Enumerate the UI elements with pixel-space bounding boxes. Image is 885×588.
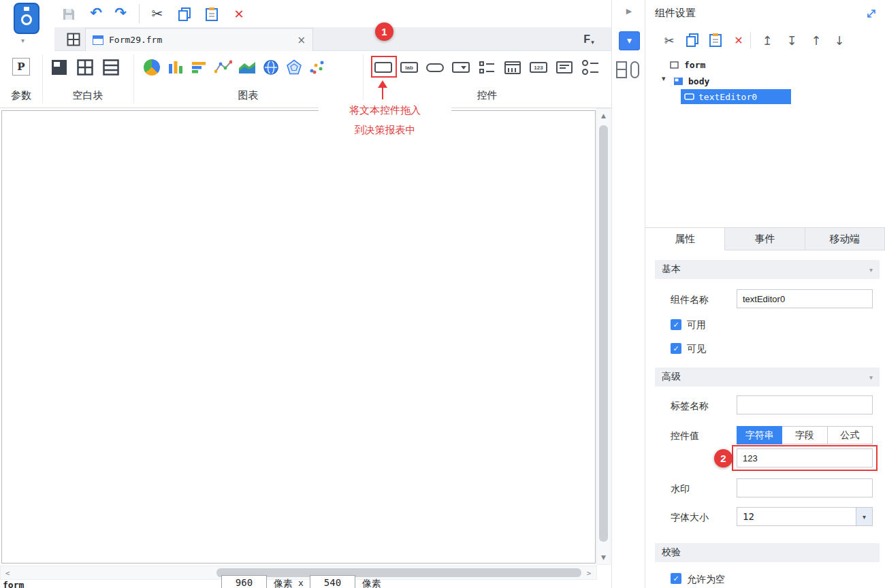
height-unit-label: 像素 bbox=[362, 578, 381, 588]
button-glyph bbox=[426, 63, 444, 72]
logo-dropdown-caret-icon[interactable]: ▾ bbox=[21, 37, 25, 44]
component-name-label: 组件名称 bbox=[671, 294, 709, 306]
parameter-pane-icon[interactable]: P bbox=[12, 58, 30, 76]
paste-icon[interactable] bbox=[203, 5, 221, 23]
horizontal-scroll-thumb[interactable] bbox=[216, 568, 581, 577]
tree-node-form[interactable]: form bbox=[670, 57, 705, 72]
radio-group-widget-icon[interactable] bbox=[581, 59, 599, 76]
collapse-panel-icon[interactable]: ▶ bbox=[624, 5, 634, 16]
canvas-height-input[interactable] bbox=[310, 575, 355, 588]
panel-switch-button[interactable]: ▼ bbox=[619, 31, 640, 50]
tab-close-icon[interactable]: × bbox=[297, 34, 306, 46]
tag-name-label: 标签名称 bbox=[671, 400, 709, 412]
delete-icon[interactable]: ✕ bbox=[230, 5, 248, 22]
label-widget-icon[interactable]: lab bbox=[400, 59, 418, 76]
mode-string[interactable]: 字符串 bbox=[737, 426, 782, 444]
tab-title: Form29.frm bbox=[109, 35, 162, 45]
logo-ring-icon bbox=[21, 14, 32, 25]
move-to-bottom-icon[interactable]: ↧ bbox=[783, 31, 801, 49]
section-basic[interactable]: 基本 ▾ bbox=[655, 260, 880, 279]
app-logo[interactable] bbox=[14, 3, 39, 34]
component-name-input[interactable] bbox=[737, 289, 873, 308]
map-chart-icon[interactable] bbox=[262, 59, 280, 76]
panel-paste-icon[interactable] bbox=[707, 31, 724, 49]
watermark-input[interactable] bbox=[737, 478, 873, 497]
scroll-up-icon[interactable]: ▲ bbox=[596, 110, 611, 122]
step2-badge: 2 bbox=[714, 449, 733, 468]
calendar-glyph bbox=[504, 61, 521, 74]
redo-icon[interactable]: ↷ bbox=[112, 4, 129, 22]
enabled-checkbox[interactable]: ✓ bbox=[671, 319, 681, 330]
report-block-icon[interactable] bbox=[50, 59, 68, 76]
pie-glyph bbox=[144, 59, 160, 76]
combobox-widget-icon[interactable] bbox=[452, 59, 470, 76]
layout-blocks-icon[interactable] bbox=[616, 60, 643, 79]
visible-checkbox[interactable]: ✓ bbox=[671, 343, 681, 354]
scroll-left-icon[interactable]: < bbox=[1, 567, 14, 579]
checkbox-group-widget-icon[interactable] bbox=[478, 59, 496, 76]
enabled-label: 可用 bbox=[687, 319, 706, 331]
tree-node-body[interactable]: body bbox=[674, 74, 709, 88]
move-to-top-icon[interactable]: ↥ bbox=[758, 31, 776, 49]
section-advanced[interactable]: 高级 ▾ bbox=[655, 368, 880, 387]
side-strip bbox=[611, 0, 645, 588]
panel-title: 组件设置 bbox=[655, 7, 696, 20]
step1-arrow-line bbox=[382, 87, 383, 99]
tag-name-input[interactable] bbox=[737, 395, 873, 414]
form-node-icon bbox=[670, 61, 679, 69]
scroll-down-icon[interactable]: ▼ bbox=[596, 551, 611, 564]
tab-mobile[interactable]: 移动端 bbox=[805, 227, 885, 250]
form-actions-icon[interactable]: F▾ bbox=[580, 31, 598, 48]
selected-element-label: form bbox=[3, 580, 24, 588]
save-icon[interactable] bbox=[60, 5, 78, 23]
section-collapse-icon: ▾ bbox=[869, 374, 873, 381]
area-chart-icon[interactable] bbox=[238, 59, 256, 76]
group-label-params: 参数 bbox=[0, 89, 42, 102]
scatter-chart-icon[interactable] bbox=[308, 59, 325, 76]
column-chart-icon[interactable] bbox=[167, 59, 184, 76]
mode-field[interactable]: 字段 bbox=[782, 426, 827, 444]
tree-node-texteditor0-selected[interactable]: textEditor0 bbox=[681, 89, 791, 104]
copy-icon[interactable] bbox=[176, 5, 193, 23]
tab-block-icon[interactable] bbox=[76, 59, 94, 76]
allow-empty-checkbox[interactable]: ✓ bbox=[671, 573, 681, 584]
number-widget-icon[interactable]: 123 bbox=[530, 59, 547, 76]
radar-chart-icon[interactable] bbox=[285, 59, 303, 76]
line-chart-icon[interactable] bbox=[214, 59, 232, 76]
tab-properties[interactable]: 属性 bbox=[645, 227, 725, 250]
tree-expander-icon[interactable]: ▾ bbox=[662, 74, 666, 83]
form-file-icon bbox=[93, 35, 103, 45]
expand-panel-icon[interactable] bbox=[866, 8, 877, 19]
tab-form29[interactable]: Form29.frm × bbox=[85, 28, 313, 51]
move-down-icon[interactable]: ↓ bbox=[831, 31, 848, 49]
undo-icon[interactable]: ↶ bbox=[87, 4, 105, 22]
date-widget-icon[interactable] bbox=[504, 59, 521, 76]
move-up-icon[interactable]: ↑ bbox=[807, 31, 825, 49]
panel-delete-icon[interactable]: ✕ bbox=[730, 31, 747, 49]
tab-events[interactable]: 事件 bbox=[725, 227, 805, 250]
pie-chart-icon[interactable] bbox=[143, 59, 161, 76]
font-size-select[interactable]: 12 ▾ bbox=[737, 507, 873, 526]
absolute-block-icon[interactable] bbox=[102, 59, 120, 76]
scroll-right-icon[interactable]: > bbox=[583, 567, 595, 579]
canvas-width-input[interactable] bbox=[221, 575, 267, 588]
bar-chart-icon[interactable] bbox=[191, 59, 208, 76]
section-basic-title: 基本 bbox=[662, 263, 681, 276]
panel-cut-icon[interactable]: ✂ bbox=[660, 31, 678, 49]
panel-copy-icon[interactable] bbox=[683, 31, 701, 49]
watermark-label: 水印 bbox=[671, 483, 690, 495]
select-dropdown-icon[interactable]: ▾ bbox=[856, 508, 872, 525]
step1-badge: 1 bbox=[375, 22, 393, 41]
radiolist-glyph bbox=[582, 60, 598, 75]
report-canvas[interactable] bbox=[1, 110, 596, 564]
button-widget-icon[interactable] bbox=[426, 59, 444, 76]
cut-icon[interactable]: ✂ bbox=[148, 5, 166, 22]
template-grid-icon[interactable] bbox=[66, 32, 81, 47]
mode-formula[interactable]: 公式 bbox=[828, 426, 873, 444]
group-label-blocks: 空白块 bbox=[42, 89, 133, 102]
vertical-scroll-thumb[interactable] bbox=[599, 125, 608, 542]
textarea-widget-icon[interactable] bbox=[556, 59, 573, 76]
panel-toolbar-separator bbox=[750, 32, 751, 48]
step1-caption-line2: 到决策报表中 bbox=[319, 120, 451, 140]
section-validation[interactable]: 校验 bbox=[655, 543, 880, 562]
